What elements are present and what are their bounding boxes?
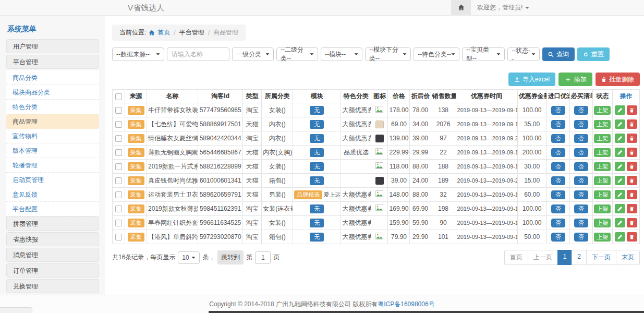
filter-select[interactable]: --状态-- — [507, 47, 540, 61]
edit-button[interactable] — [615, 148, 625, 157]
pager-button-下一页[interactable]: 下一页 — [586, 250, 616, 265]
user-menu[interactable]: 欢迎您，管理员! — [477, 0, 529, 15]
import-select-toggle[interactable]: 否 — [551, 176, 565, 185]
filter-select[interactable]: --模块-- — [321, 47, 362, 61]
edit-button[interactable] — [615, 204, 625, 213]
row-checkbox[interactable] — [115, 149, 122, 156]
search-button[interactable]: 查询 — [542, 47, 575, 61]
edit-button[interactable] — [615, 134, 625, 143]
status-badge[interactable]: 上架 — [594, 148, 611, 157]
pager-button-1[interactable]: 1 — [557, 250, 573, 265]
name-search-input[interactable] — [167, 47, 229, 61]
import-select-toggle[interactable]: 否 — [551, 204, 565, 213]
sidebar-item-模块商品分类[interactable]: 模块商品分类 — [6, 85, 99, 100]
breadcrumb-home-link[interactable]: 首页 — [157, 28, 170, 37]
status-badge[interactable]: 上架 — [594, 176, 611, 185]
delete-button[interactable] — [627, 232, 637, 242]
must-buy-toggle[interactable]: 否 — [574, 219, 588, 227]
filter-select[interactable]: --宝贝类型-- — [462, 47, 505, 61]
import-select-toggle[interactable]: 否 — [551, 162, 565, 171]
filter-select[interactable]: --模块下分类-- — [365, 47, 411, 61]
row-checkbox[interactable] — [115, 234, 122, 240]
sidebar-item-省惠快报[interactable]: 省惠快报 — [6, 232, 99, 246]
row-checkbox[interactable] — [115, 220, 122, 226]
filter-select[interactable]: 一级分类 — [232, 47, 274, 61]
home-button[interactable] — [451, 0, 471, 15]
edit-button[interactable] — [615, 162, 625, 171]
row-checkbox[interactable] — [115, 107, 122, 114]
import-select-toggle[interactable]: 否 — [551, 233, 565, 242]
sidebar-item-用户管理[interactable]: 用户管理 — [6, 39, 99, 53]
import-select-toggle[interactable]: 否 — [551, 148, 565, 157]
must-buy-toggle[interactable]: 否 — [574, 120, 588, 129]
sidebar-item-平台管理[interactable]: 平台管理 — [6, 55, 99, 69]
row-checkbox[interactable] — [115, 191, 122, 198]
sidebar-item-商品管理[interactable]: 商品管理 — [6, 114, 99, 129]
delete-button[interactable] — [627, 148, 637, 157]
delete-button[interactable] — [627, 218, 637, 227]
delete-button[interactable] — [627, 190, 637, 199]
edit-button[interactable] — [615, 190, 625, 199]
row-checkbox[interactable] — [115, 121, 122, 128]
pager-button-末页[interactable]: 末页 — [616, 250, 640, 265]
sidebar-item-消息管理[interactable]: 消息管理 — [6, 248, 99, 262]
delete-button[interactable] — [627, 204, 637, 213]
filter-select[interactable]: --特色分类-- — [414, 47, 459, 61]
filter-select[interactable]: --二级分类-- — [276, 47, 318, 61]
per-page-select[interactable]: 10 — [178, 251, 200, 264]
import-select-toggle[interactable]: 否 — [551, 190, 565, 199]
delete-button[interactable] — [627, 176, 637, 185]
must-buy-toggle[interactable]: 否 — [574, 162, 588, 171]
add-button[interactable]: ＋ 添加 — [558, 73, 592, 86]
sidebar-item-订单管理[interactable]: 订单管理 — [6, 263, 99, 278]
row-checkbox[interactable] — [115, 135, 122, 142]
sidebar-item-意见反馈[interactable]: 意见反馈 — [6, 187, 99, 202]
row-checkbox[interactable] — [115, 206, 122, 212]
sidebar-item-特色分类[interactable]: 特色分类 — [6, 100, 99, 114]
jump-page-input[interactable] — [255, 251, 271, 264]
status-badge[interactable]: 上架 — [594, 219, 611, 227]
must-buy-toggle[interactable]: 否 — [574, 148, 588, 157]
jump-button[interactable]: 跳转到 — [217, 250, 244, 264]
status-badge[interactable]: 上架 — [594, 120, 611, 129]
must-buy-toggle[interactable]: 否 — [574, 233, 588, 242]
sidebar-item-兑换管理[interactable]: 兑换管理 — [6, 279, 99, 293]
sidebar-item-商品分类[interactable]: 商品分类 — [6, 70, 99, 85]
sidebar-item-轮播管理[interactable]: 轮播管理 — [6, 158, 99, 173]
delete-button[interactable] — [627, 162, 637, 171]
batch-delete-button[interactable]: 批量删除 — [596, 73, 640, 86]
edit-button[interactable] — [615, 119, 625, 129]
sidebar-item-平台配置[interactable]: 平台配置 — [6, 202, 99, 216]
select-all-checkbox[interactable] — [115, 93, 122, 100]
status-badge[interactable]: 上架 — [594, 106, 611, 115]
import-excel-button[interactable]: 导入excel — [508, 73, 555, 86]
icp-link[interactable]: 粤ICP备16098006号 — [378, 300, 434, 308]
import-select-toggle[interactable]: 否 — [551, 219, 565, 227]
sidebar-item-启动页管理[interactable]: 启动页管理 — [6, 173, 99, 187]
edit-button[interactable] — [615, 218, 625, 227]
edit-button[interactable] — [615, 105, 625, 115]
import-select-toggle[interactable]: 否 — [551, 120, 565, 129]
import-select-toggle[interactable]: 否 — [551, 134, 565, 143]
must-buy-toggle[interactable]: 否 — [574, 176, 588, 185]
status-badge[interactable]: 上架 — [594, 162, 611, 171]
delete-button[interactable] — [627, 105, 637, 115]
reset-button[interactable]: 重置 — [577, 47, 610, 61]
status-badge[interactable]: 上架 — [594, 190, 611, 199]
pager-button-2[interactable]: 2 — [572, 250, 587, 265]
row-checkbox[interactable] — [115, 177, 122, 184]
delete-button[interactable] — [627, 134, 637, 143]
must-buy-toggle[interactable]: 否 — [574, 204, 588, 213]
row-checkbox[interactable] — [115, 163, 122, 170]
edit-button[interactable] — [615, 176, 625, 185]
sidebar-item-拼团管理[interactable]: 拼团管理 — [6, 216, 99, 231]
sidebar-item-宣传物料[interactable]: 宣传物料 — [6, 129, 99, 143]
delete-button[interactable] — [627, 119, 637, 129]
edit-button[interactable] — [615, 232, 625, 242]
import-select-toggle[interactable]: 否 — [551, 106, 565, 115]
must-buy-toggle[interactable]: 否 — [574, 134, 588, 143]
status-badge[interactable]: 上架 — [594, 233, 611, 242]
status-badge[interactable]: 上架 — [594, 204, 611, 213]
filter-select[interactable]: --数据来源-- — [112, 47, 164, 61]
status-badge[interactable]: 上架 — [594, 134, 611, 143]
